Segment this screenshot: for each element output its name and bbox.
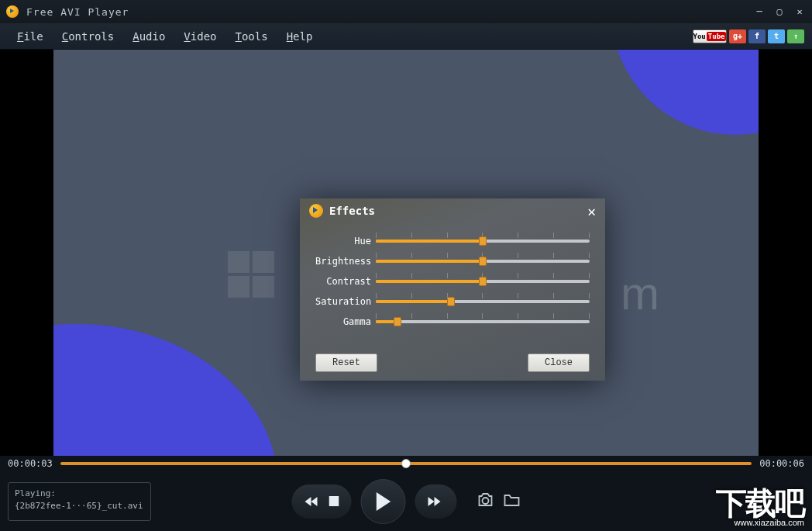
contrast-slider[interactable] bbox=[376, 273, 590, 290]
effects-dialog: Effects ✕ HueBrightnessContrastSaturatio… bbox=[300, 198, 605, 381]
effect-row-brightness: Brightness bbox=[315, 251, 590, 271]
slider-thumb[interactable] bbox=[447, 297, 455, 306]
slider-thumb[interactable] bbox=[479, 277, 487, 286]
seek-head[interactable] bbox=[401, 459, 411, 468]
now-playing: Playing: {2b872fee-1···65}_cut.avi bbox=[8, 482, 151, 521]
effect-label: Brightness bbox=[315, 256, 376, 267]
facebook-icon[interactable]: f bbox=[748, 29, 766, 43]
playing-label: Playing: bbox=[15, 488, 144, 501]
effect-label: Contrast bbox=[315, 276, 376, 287]
app-title: Free AVI Player bbox=[26, 6, 753, 18]
effect-label: Hue bbox=[315, 236, 376, 247]
video-area: m Effects ✕ HueBrightnessContrastSaturat… bbox=[0, 50, 812, 456]
watermark-text: 下载吧 bbox=[716, 488, 804, 519]
saturation-slider[interactable] bbox=[376, 293, 590, 310]
slider-thumb[interactable] bbox=[479, 257, 487, 266]
transport-group bbox=[292, 484, 352, 519]
seek-bar[interactable] bbox=[60, 462, 752, 465]
open-folder-button[interactable] bbox=[504, 492, 521, 511]
time-current: 00:00:03 bbox=[8, 458, 53, 469]
time-duration: 00:00:06 bbox=[759, 458, 804, 469]
effect-row-contrast: Contrast bbox=[315, 271, 590, 291]
bg-shape-2 bbox=[53, 324, 278, 456]
twitter-icon[interactable]: t bbox=[768, 29, 785, 43]
transport bbox=[292, 479, 521, 524]
close-button-dialog[interactable]: Close bbox=[528, 353, 590, 372]
effects-close-icon[interactable]: ✕ bbox=[587, 203, 596, 219]
timeline: 00:00:03 00:00:06 bbox=[0, 456, 812, 471]
effect-row-saturation: Saturation bbox=[315, 291, 590, 312]
watermark: 下载吧 www.xiazaiba.com bbox=[716, 488, 804, 527]
svg-rect-0 bbox=[329, 496, 339, 506]
watermark-url: www.xiazaiba.com bbox=[735, 519, 804, 527]
menu-audio[interactable]: Audio bbox=[123, 26, 174, 47]
forward-button[interactable] bbox=[428, 496, 442, 507]
effects-footer: Reset Close bbox=[300, 345, 605, 381]
social-links: You g+ f t ↑ bbox=[693, 29, 804, 43]
upload-icon[interactable]: ↑ bbox=[787, 29, 804, 43]
transport-group-2 bbox=[415, 484, 457, 519]
stop-button[interactable] bbox=[329, 496, 339, 506]
effect-label: Saturation bbox=[315, 296, 376, 307]
play-button[interactable] bbox=[361, 479, 406, 524]
video-canvas[interactable]: m Effects ✕ HueBrightnessContrastSaturat… bbox=[53, 50, 759, 456]
slider-thumb[interactable] bbox=[479, 236, 487, 246]
menu-help[interactable]: Help bbox=[277, 26, 322, 47]
slider-thumb[interactable] bbox=[394, 317, 401, 326]
window-controls: ─ ▢ ✕ bbox=[753, 5, 806, 18]
playing-file: {2b872fee-1···65}_cut.avi bbox=[15, 500, 144, 513]
menu-video[interactable]: Video bbox=[174, 26, 225, 47]
hue-slider[interactable] bbox=[376, 233, 590, 250]
menu-file[interactable]: File bbox=[8, 26, 53, 47]
titlebar: Free AVI Player ─ ▢ ✕ bbox=[0, 0, 812, 23]
gplus-icon[interactable]: g+ bbox=[729, 29, 746, 43]
minimize-button[interactable]: ─ bbox=[753, 5, 766, 18]
svg-point-1 bbox=[483, 498, 489, 504]
effects-icon bbox=[309, 204, 323, 218]
bg-squares bbox=[228, 251, 274, 298]
effects-title: Effects bbox=[329, 205, 375, 217]
bg-text: m bbox=[621, 267, 658, 320]
maximize-button[interactable]: ▢ bbox=[773, 5, 786, 18]
bg-shape-1 bbox=[611, 50, 759, 135]
youtube-icon[interactable]: You bbox=[693, 29, 727, 43]
controls-bar: Playing: {2b872fee-1···65}_cut.avi 下载吧 bbox=[0, 471, 812, 531]
reset-button[interactable]: Reset bbox=[315, 353, 377, 372]
effect-label: Gamma bbox=[315, 316, 376, 327]
app-icon bbox=[6, 5, 19, 18]
effects-header: Effects ✕ bbox=[300, 198, 605, 223]
gamma-slider[interactable] bbox=[376, 313, 590, 330]
close-button[interactable]: ✕ bbox=[793, 5, 806, 18]
effects-body: HueBrightnessContrastSaturationGamma bbox=[300, 223, 605, 345]
effect-row-hue: Hue bbox=[315, 231, 590, 251]
rewind-button[interactable] bbox=[304, 496, 318, 507]
effect-row-gamma: Gamma bbox=[315, 312, 590, 332]
menubar: File Controls Audio Video Tools Help You… bbox=[0, 23, 812, 50]
menu-controls[interactable]: Controls bbox=[53, 26, 123, 47]
brightness-slider[interactable] bbox=[376, 253, 590, 270]
menu-tools[interactable]: Tools bbox=[226, 26, 277, 47]
snapshot-button[interactable] bbox=[477, 492, 494, 511]
